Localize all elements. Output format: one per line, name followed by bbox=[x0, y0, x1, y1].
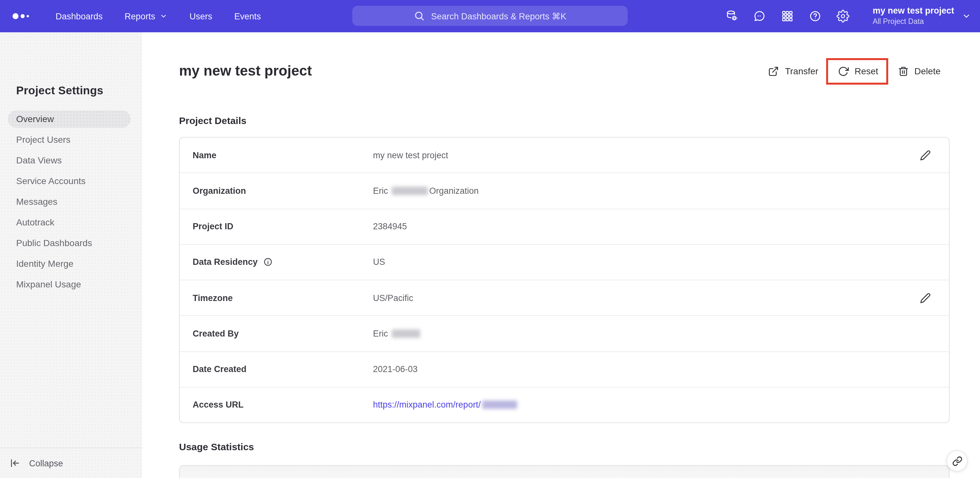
link-icon bbox=[952, 456, 962, 466]
nav-item-label: Users bbox=[189, 11, 212, 21]
collapse-label: Collapse bbox=[29, 458, 63, 468]
detail-row-project-id: Project ID 2384945 bbox=[180, 208, 949, 244]
row-label: Created By bbox=[192, 329, 373, 338]
nav-item-label: Reports bbox=[125, 11, 156, 21]
mixpanel-logo[interactable] bbox=[10, 10, 32, 22]
row-label: Date Created bbox=[192, 364, 373, 374]
detail-row-timezone: Timezone US/Pacific bbox=[180, 280, 949, 316]
top-navbar: Dashboards Reports Users Events Search D… bbox=[0, 0, 980, 32]
mixpanel-dots-icon bbox=[10, 10, 32, 22]
sidebar-item-identity-merge[interactable]: Identity Merge bbox=[0, 253, 142, 274]
sidebar-item-label: Mixpanel Usage bbox=[16, 279, 81, 289]
row-label: Organization bbox=[192, 186, 373, 196]
row-label: Name bbox=[192, 150, 373, 160]
row-value: https://mixpanel.com/report/ bbox=[373, 400, 931, 410]
sidebar-nav: Overview Project Users Data Views Servic… bbox=[0, 108, 142, 295]
row-label: Project ID bbox=[192, 222, 373, 231]
project-switcher[interactable]: my new test project All Project Data bbox=[873, 6, 971, 27]
sidebar-item-data-views[interactable]: Data Views bbox=[0, 150, 142, 170]
sidebar-item-autotrack[interactable]: Autotrack bbox=[0, 212, 142, 233]
search-input[interactable]: Search Dashboards & Reports ⌘K bbox=[352, 6, 628, 26]
usage-statistics-card bbox=[179, 465, 950, 478]
current-project-name: my new test project bbox=[873, 6, 954, 17]
transfer-label: Transfer bbox=[785, 66, 818, 76]
nav-item-reports[interactable]: Reports bbox=[125, 11, 168, 21]
row-label: Data Residency bbox=[192, 257, 373, 267]
project-actions: Transfer Reset Delete bbox=[768, 61, 940, 81]
sidebar-item-project-users[interactable]: Project Users bbox=[0, 129, 142, 150]
detail-row-data-residency: Data Residency US bbox=[180, 244, 949, 280]
current-project-scope: All Project Data bbox=[873, 17, 924, 27]
sidebar-item-public-dashboards[interactable]: Public Dashboards bbox=[0, 233, 142, 253]
delete-button[interactable]: Delete bbox=[897, 65, 940, 76]
reset-label: Reset bbox=[854, 66, 878, 76]
sidebar-collapse-button[interactable]: Collapse bbox=[0, 448, 142, 478]
search-placeholder: Search Dashboards & Reports ⌘K bbox=[431, 11, 566, 21]
sidebar-item-overview[interactable]: Overview bbox=[8, 110, 130, 127]
copy-link-button[interactable] bbox=[947, 450, 968, 472]
data-management-icon[interactable] bbox=[725, 10, 738, 22]
info-icon[interactable] bbox=[263, 257, 272, 267]
navbar-right-cluster: my new test project All Project Data bbox=[725, 0, 971, 32]
apps-grid-icon[interactable] bbox=[781, 10, 794, 22]
sidebar-item-label: Identity Merge bbox=[16, 258, 73, 269]
transfer-icon bbox=[768, 65, 779, 76]
detail-row-organization: Organization Eric Organization bbox=[180, 173, 949, 209]
row-value: Eric Organization bbox=[373, 186, 931, 196]
row-value: Eric bbox=[373, 329, 931, 338]
redacted-text bbox=[392, 187, 428, 195]
row-label: Access URL bbox=[192, 400, 373, 410]
settings-sidebar: Project Settings Overview Project Users … bbox=[0, 32, 142, 478]
sidebar-item-label: Data Views bbox=[16, 155, 62, 165]
project-details-card: Name my new test project Organization Er… bbox=[179, 137, 950, 423]
redacted-text bbox=[482, 401, 517, 409]
nav-item-users[interactable]: Users bbox=[189, 11, 212, 21]
redacted-text bbox=[392, 329, 420, 338]
row-value: US bbox=[373, 257, 931, 267]
settings-gear-icon[interactable] bbox=[837, 10, 850, 22]
chevron-down-icon bbox=[160, 12, 167, 20]
detail-row-name: Name my new test project bbox=[180, 138, 949, 173]
sidebar-item-label: Public Dashboards bbox=[16, 238, 92, 248]
transfer-button[interactable]: Transfer bbox=[768, 65, 818, 76]
edit-timezone-button[interactable] bbox=[920, 292, 931, 303]
sidebar-item-label: Project Users bbox=[16, 134, 70, 145]
row-value: 2021-06-03 bbox=[373, 364, 931, 374]
project-details-heading: Project Details bbox=[179, 115, 246, 126]
nav-item-events[interactable]: Events bbox=[234, 11, 261, 21]
app-window: Dashboards Reports Users Events Search D… bbox=[0, 0, 980, 478]
sidebar-item-label: Autotrack bbox=[16, 217, 54, 227]
sidebar-item-service-accounts[interactable]: Service Accounts bbox=[0, 170, 142, 191]
main-nav-menu: Dashboards Reports Users Events bbox=[56, 11, 261, 21]
detail-row-created-by: Created By Eric bbox=[180, 316, 949, 351]
detail-row-date-created: Date Created 2021-06-03 bbox=[180, 351, 949, 387]
reset-icon bbox=[838, 65, 849, 76]
help-icon[interactable] bbox=[809, 10, 822, 22]
sidebar-item-messages[interactable]: Messages bbox=[0, 191, 142, 212]
pencil-icon bbox=[920, 292, 931, 303]
delete-label: Delete bbox=[915, 66, 940, 76]
edit-name-button[interactable] bbox=[920, 149, 931, 160]
pencil-icon bbox=[920, 149, 931, 160]
sidebar-item-mixpanel-usage[interactable]: Mixpanel Usage bbox=[0, 274, 142, 295]
project-switcher-labels: my new test project All Project Data bbox=[873, 6, 954, 27]
nav-item-label: Dashboards bbox=[56, 11, 103, 21]
nav-item-dashboards[interactable]: Dashboards bbox=[56, 11, 103, 21]
sidebar-item-label: Service Accounts bbox=[16, 176, 86, 186]
detail-row-access-url: Access URL https://mixpanel.com/report/ bbox=[180, 387, 949, 423]
row-value: 2384945 bbox=[373, 222, 931, 231]
row-value: my new test project bbox=[373, 150, 920, 160]
row-label: Timezone bbox=[192, 293, 373, 303]
nav-item-label: Events bbox=[234, 11, 261, 21]
sidebar-item-label: Overview bbox=[16, 114, 54, 124]
page-title: my new test project bbox=[179, 63, 312, 79]
sidebar-title: Project Settings bbox=[16, 84, 103, 97]
search-icon bbox=[414, 10, 425, 21]
access-url-link[interactable]: https://mixpanel.com/report/ bbox=[373, 400, 480, 410]
trash-icon bbox=[897, 65, 908, 76]
chevron-down-icon bbox=[962, 12, 971, 21]
row-value: US/Pacific bbox=[373, 293, 920, 303]
reset-button[interactable]: Reset bbox=[838, 65, 878, 76]
feedback-bubble-icon[interactable] bbox=[753, 10, 766, 22]
usage-statistics-heading: Usage Statistics bbox=[179, 441, 254, 452]
